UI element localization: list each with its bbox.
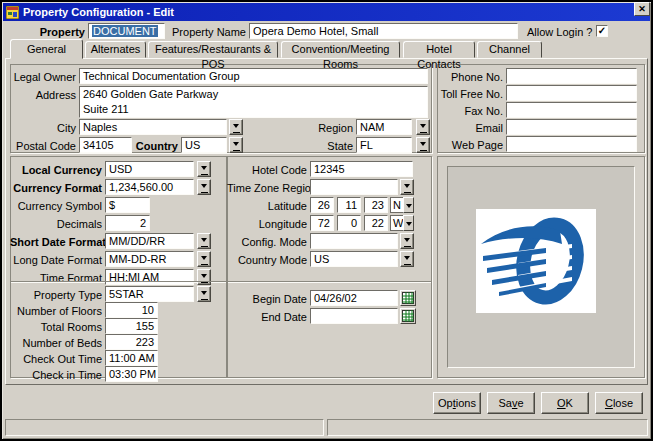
latitude-sec-field[interactable]: 23 — [364, 197, 388, 213]
property-field[interactable]: DOCUMENT — [88, 23, 165, 39]
postal-code-label: Postal Code — [2, 140, 76, 153]
longitude-label: Longitude — [227, 218, 307, 231]
email-label: Email — [439, 122, 503, 135]
close-icon[interactable]: ✕ — [634, 2, 650, 16]
end-date-calendar-icon[interactable] — [400, 308, 416, 324]
check-in-time-field[interactable]: 03:30 PM — [105, 366, 158, 382]
local-currency-label: Local Currency — [10, 164, 102, 177]
config-mode-field[interactable] — [310, 233, 398, 249]
number-of-floors-label: Number of Floors — [10, 305, 102, 318]
country-mode-field[interactable]: US — [310, 251, 398, 267]
begin-date-field[interactable]: 04/26/02 — [310, 290, 398, 306]
state-label: State — [298, 140, 353, 153]
tab-hotel-contacts[interactable]: Hotel Contacts — [403, 41, 475, 58]
toll-free-label: Toll Free No. — [439, 88, 503, 101]
end-date-field[interactable] — [310, 308, 398, 324]
created-status: Created 04/26/02 SUPERVISOR — [5, 419, 324, 436]
longitude-deg-field[interactable]: 72 — [310, 215, 334, 231]
begin-date-calendar-icon[interactable] — [400, 290, 416, 306]
ok-button[interactable]: OK — [541, 392, 589, 414]
short-date-format-field[interactable]: MM/DD/RR — [105, 233, 194, 249]
longitude-direction-select[interactable]: W — [390, 215, 414, 231]
postal-code-field[interactable]: 34105 — [79, 137, 132, 153]
region-field[interactable]: NAM — [356, 119, 412, 135]
longitude-min-field[interactable]: 0 — [337, 215, 361, 231]
latitude-direction-select[interactable]: N — [390, 197, 414, 213]
country-lov-icon[interactable] — [229, 137, 243, 153]
legal-owner-field[interactable]: Technical Documentation Group — [79, 68, 428, 84]
address-field[interactable]: 2640 Golden Gate Parkway Suite 211 — [79, 86, 428, 118]
check-out-time-label: Check Out Time — [10, 353, 102, 366]
total-rooms-label: Total Rooms — [10, 321, 102, 334]
time-zone-region-lov-icon[interactable] — [400, 179, 414, 195]
latitude-direction-value: N — [390, 197, 403, 213]
titlebar: Property Configuration - Edit — [3, 3, 650, 21]
tab-features-restaurants-pos[interactable]: Features/Restaurants & POS — [148, 41, 278, 58]
region-lov-icon[interactable] — [416, 119, 430, 135]
local-currency-lov-icon[interactable] — [197, 161, 211, 177]
address-label: Address — [12, 89, 76, 102]
latitude-min-field[interactable]: 11 — [337, 197, 361, 213]
phone-field[interactable] — [506, 68, 637, 84]
check-in-time-label: Check in Time — [10, 369, 102, 382]
country-label: Country — [134, 140, 178, 153]
city-lov-icon[interactable] — [229, 119, 243, 135]
short-date-format-lov-icon[interactable] — [197, 233, 211, 249]
state-lov-icon[interactable] — [416, 137, 430, 153]
state-field[interactable]: FL — [356, 137, 412, 153]
allow-login-label: Allow Login ? — [527, 26, 592, 39]
allow-login-checkbox[interactable]: ✓ — [596, 25, 608, 37]
country-field[interactable]: US — [181, 137, 227, 153]
decimals-field[interactable]: 2 — [105, 215, 150, 231]
long-date-format-lov-icon[interactable] — [197, 251, 211, 267]
toll-free-field[interactable] — [506, 85, 637, 101]
tab-alternates[interactable]: Alternates — [85, 41, 146, 58]
selected-text: DOCUMENT — [92, 25, 158, 37]
region-label: Region — [298, 122, 353, 135]
config-mode-lov-icon[interactable] — [400, 233, 414, 249]
chevron-down-icon[interactable] — [403, 215, 414, 231]
property-name-field[interactable]: Opera Demo Hotel, Small — [249, 23, 518, 39]
time-zone-region-field[interactable] — [310, 179, 398, 195]
currency-format-lov-icon[interactable] — [197, 179, 211, 195]
city-field[interactable]: Naples — [79, 119, 227, 135]
property-name-label: Property Name — [168, 26, 246, 39]
tab-convention-meeting-rooms[interactable]: Convention/Meeting Rooms — [281, 41, 400, 58]
opera-logo — [476, 209, 596, 313]
property-type-lov-icon[interactable] — [197, 286, 211, 302]
longitude-sec-field[interactable]: 22 — [364, 215, 388, 231]
end-date-label: End Date — [227, 311, 307, 324]
short-date-format-label: Short Date Format — [10, 236, 102, 249]
email-field[interactable] — [506, 119, 637, 135]
check-out-time-field[interactable]: 11:00 AM — [105, 350, 158, 366]
number-of-floors-field[interactable]: 10 — [105, 302, 158, 318]
chevron-down-icon[interactable] — [403, 197, 414, 213]
property-type-field[interactable]: 5STAR — [105, 286, 194, 302]
longitude-direction-value: W — [390, 215, 403, 231]
currency-symbol-field[interactable]: $ — [105, 197, 150, 213]
country-mode-lov-icon[interactable] — [400, 251, 414, 267]
close-button[interactable]: Close — [595, 392, 643, 414]
long-date-format-field[interactable]: MM-DD-RR — [105, 251, 194, 267]
fax-field[interactable] — [506, 102, 637, 118]
total-rooms-field[interactable]: 155 — [105, 318, 158, 334]
tab-general[interactable]: General — [10, 39, 83, 59]
web-page-field[interactable] — [506, 136, 637, 152]
tab-channel[interactable]: Channel — [477, 41, 542, 58]
phone-label: Phone No. — [439, 71, 503, 84]
number-of-beds-label: Number of Beds — [10, 337, 102, 350]
latitude-label: Latitude — [227, 200, 307, 213]
save-button[interactable]: Save — [487, 392, 535, 414]
latitude-deg-field[interactable]: 26 — [310, 197, 334, 213]
check-icon: ✓ — [598, 25, 606, 36]
currency-format-field[interactable]: 1,234,560.00 — [105, 179, 194, 195]
options-button[interactable]: Options — [433, 392, 481, 414]
address-line-2: Suite 211 — [83, 102, 424, 117]
begin-date-label: Begin Date — [227, 293, 307, 306]
number-of-beds-field[interactable]: 223 — [105, 334, 158, 350]
hotel-code-field[interactable]: 12345 — [310, 161, 413, 177]
address-line-1: 2640 Golden Gate Parkway — [83, 87, 424, 102]
fax-label: Fax No. — [439, 105, 503, 118]
city-label: City — [12, 122, 76, 135]
local-currency-field[interactable]: USD — [105, 161, 194, 177]
